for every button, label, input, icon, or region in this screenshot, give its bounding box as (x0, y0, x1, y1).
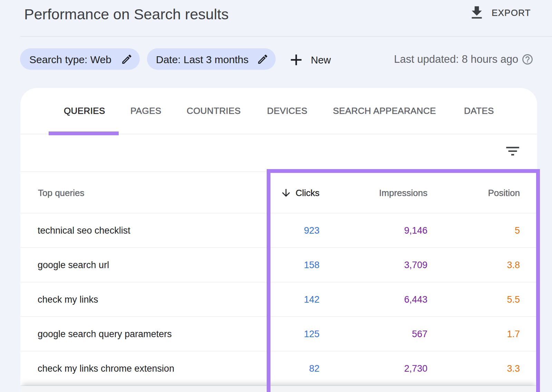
query-cell[interactable]: check my links chrome extension (38, 351, 174, 386)
tab-dates[interactable]: DATES (464, 102, 494, 119)
tab-search-appearance[interactable]: SEARCH APPEARANCE (333, 102, 436, 119)
table-row[interactable]: check my links 142 6,443 5.5 (20, 282, 537, 317)
column-header-position[interactable]: Position (451, 188, 520, 198)
impressions-cell: 9,146 (345, 213, 427, 248)
active-tab-underline (49, 131, 119, 135)
tab-queries[interactable]: QUERIES (64, 102, 105, 119)
tab-countries[interactable]: COUNTRIES (187, 102, 241, 119)
table-row[interactable]: google search query parameters 125 567 1… (20, 317, 537, 351)
position-cell: 1.7 (451, 317, 520, 351)
performance-report-page: Performance on Search results EXPORT Sea… (0, 0, 552, 392)
tab-pages[interactable]: PAGES (130, 102, 161, 119)
query-cell[interactable]: google search url (38, 248, 109, 282)
last-updated-text: Last updated: 8 hours ago (394, 53, 518, 66)
date-range-chip[interactable]: Date: Last 3 months (147, 48, 276, 70)
clicks-cell: 923 (244, 213, 319, 248)
clicks-cell: 82 (244, 351, 319, 386)
position-cell: 5.5 (451, 282, 520, 317)
impressions-cell: 3,709 (345, 248, 427, 282)
clicks-cell: 158 (244, 248, 319, 282)
column-header-impressions[interactable]: Impressions (345, 188, 427, 198)
table-row[interactable]: google search url 158 3,709 3.8 (20, 248, 537, 282)
clicks-cell: 125 (244, 317, 319, 351)
column-header-top-queries[interactable]: Top queries (38, 188, 84, 198)
query-cell[interactable]: check my links (38, 282, 98, 317)
report-card: QUERIES PAGES COUNTRIES DEVICES SEARCH A… (20, 88, 537, 392)
download-icon (468, 4, 485, 21)
export-label: EXPORT (492, 8, 531, 18)
tab-devices[interactable]: DEVICES (267, 102, 307, 119)
impressions-cell: 2,730 (345, 351, 427, 386)
query-cell[interactable]: google search query parameters (38, 317, 172, 351)
position-cell: 3.8 (451, 248, 520, 282)
filter-list-icon[interactable] (504, 143, 521, 160)
pencil-icon (257, 53, 269, 65)
search-type-chip[interactable]: Search type: Web (20, 48, 140, 70)
export-button[interactable]: EXPORT (468, 2, 531, 23)
impressions-cell: 567 (345, 317, 427, 351)
help-circle-icon[interactable] (521, 53, 534, 66)
column-header-clicks[interactable]: Clicks (244, 188, 319, 198)
table-header-divider (20, 172, 537, 172)
position-cell: 5 (451, 213, 520, 248)
search-type-chip-label: Search type: Web (29, 54, 111, 66)
query-cell[interactable]: technical seo checklist (38, 213, 130, 248)
table-row[interactable]: check my links chrome extension 82 2,730… (20, 351, 537, 386)
plus-icon (287, 51, 305, 69)
title-divider (20, 36, 552, 37)
clicks-cell: 142 (244, 282, 319, 317)
table-row[interactable]: technical seo checklist 923 9,146 5 (20, 213, 537, 248)
table-footer-strip (20, 386, 537, 392)
new-filter-button[interactable]: New (287, 48, 331, 70)
pencil-icon (121, 53, 133, 65)
position-cell: 3.3 (451, 351, 520, 386)
date-range-chip-label: Date: Last 3 months (156, 54, 248, 66)
impressions-cell: 6,443 (345, 282, 427, 317)
page-title: Performance on Search results (24, 6, 229, 23)
new-filter-label: New (311, 55, 331, 66)
